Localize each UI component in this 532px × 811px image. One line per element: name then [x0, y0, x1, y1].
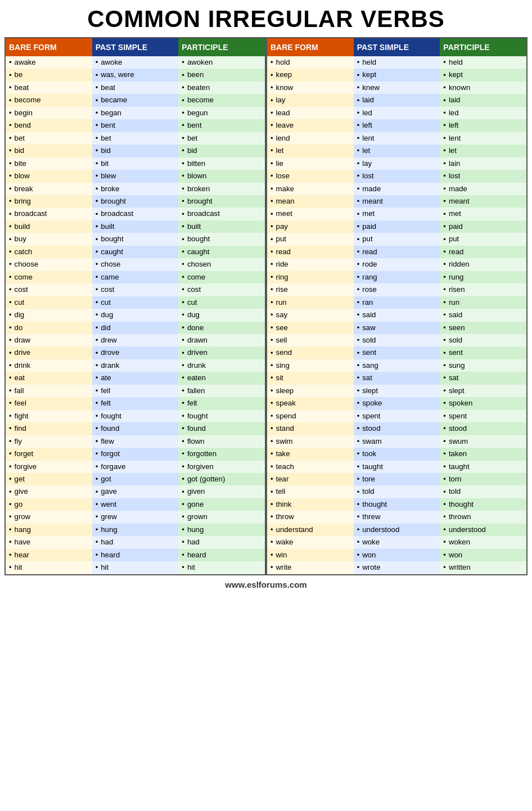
table-row: been — [178, 69, 265, 81]
table-row: bet — [92, 132, 179, 145]
table-row: dug — [92, 309, 179, 321]
left-bare-header: BARE FORM — [6, 38, 92, 56]
table-row: tore — [354, 473, 440, 485]
table-row: told — [354, 485, 440, 498]
table-row: thought — [354, 498, 440, 511]
table-row: left — [440, 119, 526, 132]
table-row: ring — [267, 271, 354, 283]
table-row: drunk — [178, 359, 265, 372]
table-row: cost — [178, 283, 265, 296]
table-row: do — [6, 322, 92, 334]
left-past-header: PAST SIMPLE — [92, 38, 179, 56]
table-row: driven — [178, 346, 265, 359]
table-row: got (gotten) — [178, 473, 265, 485]
right-past-col: heldkeptknewlaidledleftlentletlaylostmad… — [354, 56, 440, 574]
table-row: buy — [6, 233, 92, 245]
table-row: spend — [267, 410, 354, 422]
table-row: bid — [6, 145, 92, 157]
table-row: won — [354, 549, 440, 561]
table-row: have — [6, 536, 92, 548]
table-row: hung — [178, 524, 265, 536]
table-row: see — [267, 322, 354, 334]
table-row: paid — [354, 220, 440, 233]
table-row: hold — [267, 56, 354, 69]
table-row: begin — [6, 107, 92, 119]
table-row: eaten — [178, 372, 265, 384]
table-row: draw — [6, 334, 92, 346]
table-row: chose — [92, 258, 179, 271]
table-row: swim — [267, 435, 354, 448]
page-title: COMMON IRREGULAR VERBS — [4, 6, 528, 33]
table-row: felt — [92, 397, 179, 409]
table-row: told — [440, 485, 526, 498]
table-row: speak — [267, 397, 354, 409]
table-row: awake — [6, 56, 92, 69]
table-row: let — [267, 145, 354, 157]
table-row: hit — [92, 561, 179, 574]
table-row: heard — [92, 549, 179, 561]
table-row: held — [440, 56, 526, 69]
table-row: done — [178, 322, 265, 334]
table-row: fight — [6, 410, 92, 422]
table-row: caught — [92, 246, 179, 258]
table-row: be — [6, 69, 92, 81]
table-row: send — [267, 346, 354, 359]
table-row: blow — [6, 170, 92, 182]
table-row: got — [92, 473, 179, 485]
table-row: beat — [6, 82, 92, 94]
table-row: lost — [354, 170, 440, 182]
table-row: beat — [92, 82, 179, 94]
table-row: wrote — [354, 561, 440, 574]
table-row: brought — [92, 195, 179, 208]
table-row: sat — [354, 372, 440, 384]
table-row: know — [267, 82, 354, 94]
table-row: gone — [178, 498, 265, 511]
table-row: pay — [267, 220, 354, 233]
table-row: hung — [92, 524, 179, 536]
table-row: think — [267, 498, 354, 511]
table-row: rose — [354, 283, 440, 296]
table-row: had — [92, 536, 179, 548]
table-row: lain — [440, 157, 526, 170]
table-row: tear — [267, 473, 354, 485]
table-row: build — [6, 220, 92, 233]
table-row: woke — [354, 536, 440, 548]
right-half: BARE FORMPAST SIMPLEPARTICIPLEholdkeepkn… — [266, 38, 526, 574]
table-row: left — [354, 119, 440, 132]
table-row: sell — [267, 334, 354, 346]
left-half: BARE FORMPAST SIMPLEPARTICIPLEawakebebea… — [6, 38, 266, 574]
table-row: knew — [354, 82, 440, 94]
table-row: grew — [92, 511, 179, 523]
table-row: ride — [267, 258, 354, 271]
table-row: run — [267, 296, 354, 309]
table-row: read — [354, 246, 440, 258]
table-row: meant — [354, 195, 440, 208]
table-row: broken — [178, 183, 265, 195]
table-row: come — [178, 271, 265, 283]
table-row: spent — [354, 410, 440, 422]
table-row: became — [92, 94, 179, 106]
table-row: rode — [354, 258, 440, 271]
table-row: ran — [354, 296, 440, 309]
verbs-table: BARE FORMPAST SIMPLEPARTICIPLEawakebebea… — [4, 37, 528, 575]
right-part-header: PARTICIPLE — [440, 38, 526, 56]
table-row: fought — [178, 410, 265, 422]
table-row: drink — [6, 359, 92, 372]
table-row: give — [6, 485, 92, 498]
page-wrapper: COMMON IRREGULAR VERBS BARE FORMPAST SIM… — [0, 0, 532, 596]
table-row: broke — [92, 183, 179, 195]
left-part-col: awokenbeenbeatenbecomebegunbentbetbidbit… — [178, 56, 265, 574]
table-row: bite — [6, 157, 92, 170]
table-row: bid — [92, 145, 179, 157]
table-row: slept — [440, 385, 526, 397]
table-row: understand — [267, 524, 354, 536]
table-row: meet — [267, 208, 354, 220]
table-row: given — [178, 485, 265, 498]
table-row: cut — [178, 296, 265, 309]
table-row: sit — [267, 372, 354, 384]
table-row: gave — [92, 485, 179, 498]
table-row: threw — [354, 511, 440, 523]
table-row: sold — [354, 334, 440, 346]
table-row: held — [354, 56, 440, 69]
table-row: cut — [6, 296, 92, 309]
